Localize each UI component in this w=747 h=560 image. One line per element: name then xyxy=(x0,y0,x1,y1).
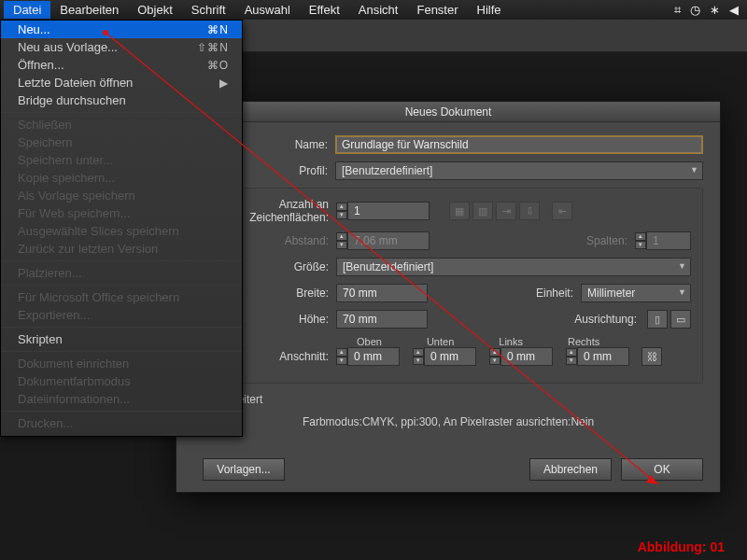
artboards-input[interactable]: 1 xyxy=(347,202,430,220)
arrange-right-icon: ⇥ xyxy=(496,202,516,220)
columns-label: Spalten: xyxy=(586,234,635,247)
menu-item[interactable]: Bridge durchsuchen xyxy=(1,91,242,109)
spacing-input: 7,06 mm xyxy=(347,231,430,250)
menu-item: Dokumentfarbmodus xyxy=(1,372,242,390)
spacing-spinner: ▴▾ xyxy=(336,232,347,249)
arrange-left-icon: ⇤ xyxy=(552,202,572,220)
datei-dropdown: Neu...⌘NNeu aus Vorlage...⇧⌘NÖffnen...⌘O… xyxy=(0,20,243,437)
bleed-right-label: Rechts xyxy=(568,336,599,347)
bleed-right-spinner[interactable]: ▴▾ xyxy=(566,348,577,365)
menu-item: Für Microsoft Office speichern xyxy=(1,288,242,306)
bleed-bottom-input[interactable]: 0 mm xyxy=(424,347,476,366)
menu-item: Als Vorlage speichern xyxy=(1,187,242,204)
bleed-left-input[interactable]: 0 mm xyxy=(500,347,553,366)
menu-effekt[interactable]: Effekt xyxy=(300,1,349,19)
volume-icon[interactable]: ◀ xyxy=(729,3,739,17)
menu-item: Exportieren... xyxy=(1,306,242,324)
menu-item[interactable]: Neu aus Vorlage...⇧⌘N xyxy=(1,38,242,56)
menu-fenster[interactable]: Fenster xyxy=(407,1,467,19)
name-input[interactable]: Grundlage für Warnschild xyxy=(335,135,703,154)
bleed-left-label: Links xyxy=(499,336,523,347)
new-document-dialog: Neues Dokument Name: Grundlage für Warns… xyxy=(176,101,721,493)
bleed-left-spinner[interactable]: ▴▾ xyxy=(489,348,500,365)
width-input[interactable]: 70 mm xyxy=(336,284,428,302)
menu-item: Für Web speichern... xyxy=(1,204,242,222)
menu-item: Zurück zur letzten Version xyxy=(1,240,242,258)
menu-item[interactable]: Skripten xyxy=(1,330,242,348)
orientation-portrait-icon[interactable]: ▯ xyxy=(647,310,668,329)
grid-by-row-icon: ▦ xyxy=(449,202,470,220)
orientation-label: Ausrichtung: xyxy=(574,313,644,326)
advanced-toggle[interactable]: ▶ Erweitert xyxy=(206,393,703,406)
bleed-bottom-spinner[interactable]: ▴▾ xyxy=(413,348,424,365)
menu-auswahl[interactable]: Auswahl xyxy=(235,1,300,19)
bleed-top-spinner[interactable]: ▴▾ xyxy=(336,348,347,365)
bleed-top-input[interactable]: 0 mm xyxy=(347,347,400,366)
grid-by-col-icon: ▥ xyxy=(472,202,493,220)
menu-bearbeiten[interactable]: Bearbeiten xyxy=(50,1,128,19)
menu-item: Platzieren... xyxy=(1,264,242,282)
templates-button[interactable]: Vorlagen... xyxy=(203,458,285,481)
sync-icon[interactable]: ◷ xyxy=(690,3,700,17)
menu-hilfe[interactable]: Hilfe xyxy=(468,1,511,19)
profile-select[interactable]: [Benutzerdefiniert]▼ xyxy=(335,161,703,180)
dropbox-icon[interactable]: ⌗ xyxy=(674,3,681,18)
menu-item: Dateiinformationen... xyxy=(1,390,242,408)
menu-item: Schließen xyxy=(1,116,242,133)
bleed-right-input[interactable]: 0 mm xyxy=(577,347,629,366)
bleed-top-label: Oben xyxy=(357,336,382,347)
menu-item: Ausgewählte Slices speichern xyxy=(1,222,242,240)
menu-item: Kopie speichern... xyxy=(1,169,242,187)
orientation-landscape-icon[interactable]: ▭ xyxy=(670,310,691,329)
columns-input: 1 xyxy=(646,231,691,250)
link-bleed-icon[interactable]: ⛓ xyxy=(641,347,662,366)
menu-item: Dokument einrichten xyxy=(1,355,242,372)
arrange-down-icon: ⇩ xyxy=(519,202,540,220)
menu-item[interactable]: Letzte Dateien öffnen▶ xyxy=(1,74,242,91)
size-select[interactable]: [Benutzerdefiniert]▼ xyxy=(336,258,691,276)
menu-item[interactable]: Öffnen...⌘O xyxy=(1,56,242,74)
columns-spinner: ▴▾ xyxy=(635,232,646,249)
menubar: Datei Bearbeiten Objekt Schrift Auswahl … xyxy=(0,0,747,20)
bleed-bottom-label: Unten xyxy=(427,336,454,347)
figure-caption: Abbildung: 01 xyxy=(638,539,725,554)
menu-datei[interactable]: Datei xyxy=(4,1,50,19)
menu-item: Speichern unter... xyxy=(1,151,242,169)
menu-ansicht[interactable]: Ansicht xyxy=(349,1,408,19)
unit-label: Einheit: xyxy=(536,287,581,300)
menu-item: Speichern xyxy=(1,133,242,151)
ok-button[interactable]: OK xyxy=(621,458,703,481)
bluetooth-icon[interactable]: ∗ xyxy=(710,3,720,17)
artboards-spinner[interactable]: ▴▾ xyxy=(336,203,347,219)
height-input[interactable]: 70 mm xyxy=(336,310,428,329)
dialog-title: Neues Dokument xyxy=(176,102,720,122)
menu-schrift[interactable]: Schrift xyxy=(182,1,235,19)
document-summary: Farbmodus:CMYK, ppi:300, An Pixelraster … xyxy=(193,415,703,428)
menu-objekt[interactable]: Objekt xyxy=(128,1,182,19)
menu-item[interactable]: Neu...⌘N xyxy=(1,21,242,38)
menu-item: Drucken... xyxy=(1,414,242,432)
unit-select[interactable]: Millimeter▼ xyxy=(581,284,691,302)
cancel-button[interactable]: Abbrechen xyxy=(529,458,612,481)
